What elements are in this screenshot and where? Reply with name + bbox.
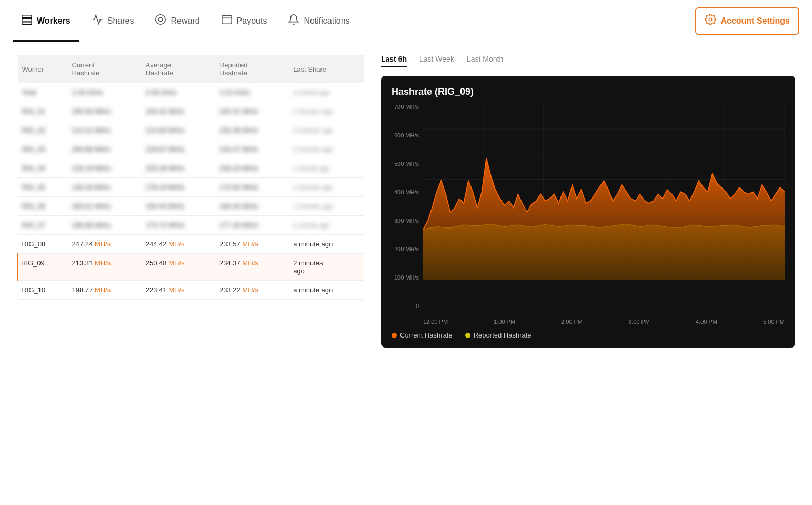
tab-last6h[interactable]: Last 6h bbox=[381, 55, 407, 67]
svg-rect-2 bbox=[22, 22, 32, 25]
time-tabs: Last 6h Last Week Last Month bbox=[381, 55, 795, 67]
tab-lastmonth[interactable]: Last Month bbox=[467, 55, 503, 67]
col-header-reported: ReportedHashrate bbox=[215, 55, 289, 83]
col-header-worker: Worker bbox=[18, 55, 68, 83]
legend-current-label: Current Hashrate bbox=[400, 331, 453, 339]
chart-container: Hashrate (RIG_09) 700 MH/s 600 MH/s 500 … bbox=[381, 76, 795, 348]
nav-item-workers[interactable]: Workers bbox=[13, 0, 79, 42]
nav-item-notifications[interactable]: Notifications bbox=[279, 0, 358, 42]
chart-legend: Current Hashrate Reported Hashrate bbox=[392, 331, 785, 339]
table-row[interactable]: RIG_01 256.94 MH/s 244.42 MH/s 226.31 MH… bbox=[18, 102, 365, 121]
table-row[interactable]: RIG_10 198.77 MH/s 223.41 MH/s 233.22 MH… bbox=[18, 281, 365, 300]
col-header-average: AverageHashrate bbox=[142, 55, 215, 83]
reward-label: Reward bbox=[171, 16, 199, 26]
workers-icon bbox=[21, 14, 33, 28]
shares-label: Shares bbox=[107, 16, 134, 26]
col-header-current: CurrentHashrate bbox=[68, 55, 142, 83]
settings-icon bbox=[705, 14, 716, 28]
chart-svg-wrapper bbox=[423, 104, 785, 309]
hashrate-chart-svg bbox=[423, 104, 785, 280]
payouts-icon bbox=[221, 14, 233, 28]
workers-table: Worker CurrentHashrate AverageHashrate R… bbox=[17, 55, 364, 300]
legend-dot-current bbox=[392, 333, 397, 338]
reward-icon bbox=[155, 14, 166, 28]
svg-point-9 bbox=[709, 18, 713, 21]
y-axis: 700 MH/s 600 MH/s 500 MH/s 400 MH/s 300 … bbox=[392, 104, 423, 309]
nav-item-payouts[interactable]: Payouts bbox=[213, 0, 276, 42]
table-row[interactable]: RIG_08 247.24 MH/s 244.42 MH/s 233.57 MH… bbox=[18, 235, 365, 254]
legend-current: Current Hashrate bbox=[392, 331, 453, 339]
nav-item-reward[interactable]: Reward bbox=[146, 0, 208, 42]
table-row[interactable]: RIG_06 200.61 MH/s 164.45 MH/s 166.45 MH… bbox=[18, 197, 365, 216]
table-row[interactable]: RIG_03 260.88 MH/s 229.87 MH/s 226.37 MH… bbox=[18, 140, 365, 159]
chart-area: 700 MH/s 600 MH/s 500 MH/s 400 MH/s 300 … bbox=[392, 104, 785, 325]
table-row[interactable]: RIG_05 130.29 MH/s 178.18 MH/s 174.92 MH… bbox=[18, 178, 365, 197]
svg-rect-0 bbox=[22, 15, 32, 18]
svg-rect-5 bbox=[222, 16, 231, 24]
account-settings-label: Account Settings bbox=[720, 16, 790, 26]
workers-label: Workers bbox=[37, 16, 71, 26]
payouts-label: Payouts bbox=[237, 16, 267, 26]
workers-table-section: Worker CurrentHashrate AverageHashrate R… bbox=[17, 55, 364, 348]
notifications-icon bbox=[288, 14, 299, 28]
main-content: Worker CurrentHashrate AverageHashrate R… bbox=[0, 42, 812, 360]
legend-reported: Reported Hashrate bbox=[465, 331, 532, 339]
col-header-lastshare: Last Share bbox=[289, 55, 364, 83]
nav-item-shares[interactable]: Shares bbox=[83, 0, 143, 42]
svg-point-4 bbox=[159, 17, 163, 21]
notifications-label: Notifications bbox=[304, 16, 349, 26]
table-row[interactable]: RIG_04 218.18 MH/s 230.28 MH/s 228.24 MH… bbox=[18, 159, 365, 178]
shares-icon bbox=[92, 14, 103, 28]
chart-title: Hashrate (RIG_09) bbox=[392, 86, 785, 97]
table-row[interactable]: RIG_07 198.68 MH/s 173.72 MH/s 177.26 MH… bbox=[18, 216, 365, 235]
table-row[interactable]: Total 2.28 GH/s 2.06 GH/s 2.23 GH/s a mi… bbox=[18, 83, 365, 102]
nav-bar: Workers Shares Reward Payouts bbox=[0, 0, 812, 42]
x-axis: 12:00 PM 1:00 PM 2:00 PM 3:00 PM 4:00 PM… bbox=[423, 319, 785, 325]
nav-item-account-settings[interactable]: Account Settings bbox=[695, 7, 799, 35]
svg-rect-1 bbox=[22, 18, 32, 21]
legend-dot-reported bbox=[465, 333, 470, 338]
legend-reported-label: Reported Hashrate bbox=[474, 331, 532, 339]
svg-point-3 bbox=[156, 15, 165, 24]
tab-lastweek[interactable]: Last Week bbox=[419, 55, 454, 67]
table-row-selected[interactable]: RIG_09 213.31 MH/s 250.48 MH/s 234.37 MH… bbox=[18, 254, 365, 281]
table-row[interactable]: RIG_02 213.31 MH/s 213.89 MH/s 226.38 MH… bbox=[18, 121, 365, 140]
chart-section: Last 6h Last Week Last Month Hashrate (R… bbox=[381, 55, 795, 348]
